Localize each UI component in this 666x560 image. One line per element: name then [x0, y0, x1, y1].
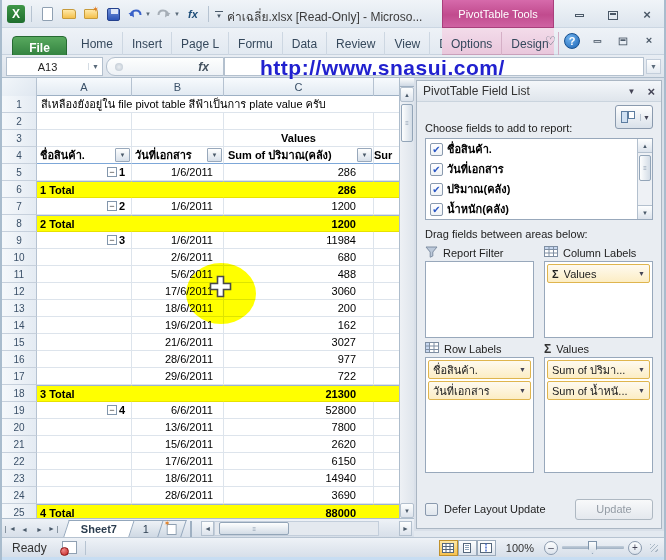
area-column-labels-box[interactable]: ΣValues▼: [544, 261, 653, 338]
pill-dropdown-icon[interactable]: ▼: [519, 387, 526, 394]
panel-close-icon[interactable]: ×: [647, 84, 655, 99]
row-number[interactable]: 4: [2, 147, 37, 164]
field-checkbox[interactable]: ✔: [430, 203, 443, 216]
field-pill[interactable]: Sum of ปริมา...▼: [547, 360, 650, 379]
value-cell[interactable]: 286: [224, 164, 374, 181]
open-folder-icon[interactable]: [60, 5, 78, 23]
cell[interactable]: [374, 436, 399, 453]
row-number[interactable]: 6: [2, 181, 37, 198]
row-number[interactable]: 19: [2, 402, 37, 419]
cell[interactable]: [132, 215, 224, 232]
row-number[interactable]: 3: [2, 130, 37, 147]
help-icon[interactable]: ?: [564, 33, 580, 49]
excel-logo-icon[interactable]: X: [7, 5, 25, 23]
group-cell[interactable]: −4: [37, 402, 132, 419]
cell[interactable]: [374, 402, 399, 419]
values-title-cell[interactable]: Values: [224, 130, 374, 147]
collapse-icon[interactable]: −: [107, 167, 117, 177]
close-button[interactable]: ×: [638, 8, 656, 22]
cell[interactable]: [374, 334, 399, 351]
field-scroll-up-icon[interactable]: ▲: [638, 139, 652, 153]
date-cell[interactable]: 15/6/2011: [132, 436, 224, 453]
area-report-filter-box[interactable]: [425, 261, 534, 338]
defer-layout-checkbox[interactable]: [425, 503, 438, 516]
value-cell[interactable]: 7800: [224, 419, 374, 436]
group-cell[interactable]: [37, 453, 132, 470]
workbook-restore-button[interactable]: [615, 35, 630, 47]
undo-caret-icon[interactable]: ▼: [145, 11, 151, 17]
column-header-c[interactable]: C: [224, 78, 374, 96]
row-number[interactable]: 12: [2, 283, 37, 300]
value-cell[interactable]: 3690: [224, 487, 374, 504]
formula-bar-expand-icon[interactable]: ▼: [646, 59, 661, 74]
group-cell[interactable]: [37, 283, 132, 300]
hscroll-right-icon[interactable]: ►: [399, 521, 412, 536]
cell[interactable]: [374, 504, 399, 518]
group-cell[interactable]: [37, 368, 132, 385]
group-cell[interactable]: [37, 470, 132, 487]
field-checkbox[interactable]: ✔: [430, 163, 443, 176]
row-number[interactable]: 20: [2, 419, 37, 436]
restore-button[interactable]: [604, 8, 622, 22]
favorites-icon[interactable]: ♡: [545, 34, 556, 48]
group-cell[interactable]: [37, 487, 132, 504]
cell[interactable]: [374, 368, 399, 385]
row-number[interactable]: 24: [2, 487, 37, 504]
field-item[interactable]: ✔วันที่เอกสาร: [426, 159, 637, 179]
row-number[interactable]: 23: [2, 470, 37, 487]
zoom-in-icon[interactable]: +: [628, 541, 642, 555]
redo-caret-icon[interactable]: ▼: [174, 11, 180, 17]
value-cell[interactable]: 3027: [224, 334, 374, 351]
area-values-box[interactable]: Sum of ปริมา...▼Sum of น้ำหนั...▼: [544, 357, 653, 473]
value-cell[interactable]: 1200: [224, 198, 374, 215]
pill-dropdown-icon[interactable]: ▼: [519, 366, 526, 373]
value-cell[interactable]: 2620: [224, 436, 374, 453]
field-pill[interactable]: วันที่เอกสาร▼: [428, 381, 531, 400]
cell[interactable]: [37, 113, 132, 130]
date-cell[interactable]: 13/6/2011: [132, 419, 224, 436]
row-number[interactable]: 22: [2, 453, 37, 470]
total-value-cell[interactable]: 1200: [224, 215, 374, 232]
field-checkbox[interactable]: ✔: [430, 183, 443, 196]
cell[interactable]: [374, 351, 399, 368]
pivot-header-cell[interactable]: Sur: [374, 147, 399, 164]
macro-record-icon[interactable]: [62, 541, 77, 554]
row-number[interactable]: 11: [2, 266, 37, 283]
cell[interactable]: [132, 130, 224, 147]
cell[interactable]: [37, 130, 132, 147]
row-number[interactable]: 7: [2, 198, 37, 215]
row-number[interactable]: 10: [2, 249, 37, 266]
group-cell[interactable]: [37, 351, 132, 368]
collapse-icon[interactable]: −: [107, 201, 117, 211]
scroll-down-icon[interactable]: ▼: [400, 503, 414, 518]
filter-dropdown-icon[interactable]: ▼: [357, 148, 372, 162]
field-scrollbar-thumb[interactable]: ≡: [639, 155, 651, 181]
zoom-level[interactable]: 100%: [506, 542, 534, 554]
last-sheet-icon[interactable]: ►❘: [47, 521, 62, 537]
filter-dropdown-icon[interactable]: ▼: [207, 148, 222, 162]
first-sheet-icon[interactable]: ❘◄: [2, 521, 17, 537]
page-layout-view-icon[interactable]: [458, 540, 477, 556]
pivot-header-cell[interactable]: วันที่เอกสาร▼: [132, 147, 224, 164]
scrollbar-thumb[interactable]: ≡: [401, 104, 413, 142]
insert-worksheet-icon[interactable]: [157, 520, 187, 537]
field-item[interactable]: ✔ปริมาณ(คลัง): [426, 179, 637, 199]
value-cell[interactable]: 722: [224, 368, 374, 385]
area-row-labels-box[interactable]: ชื่อสินค้า.▼วันที่เอกสาร▼: [425, 357, 534, 473]
row-number[interactable]: 5: [2, 164, 37, 181]
workbook-minimize-button[interactable]: [589, 35, 604, 47]
tab-formu[interactable]: Formu: [229, 32, 283, 55]
cell[interactable]: [132, 113, 224, 130]
cell[interactable]: [374, 113, 399, 130]
row-number[interactable]: 18: [2, 385, 37, 402]
field-scroll-down-icon[interactable]: ▼: [638, 205, 652, 219]
group-cell[interactable]: [37, 249, 132, 266]
field-list-scrollbar[interactable]: ▲ ≡ ▼: [637, 139, 652, 219]
panel-menu-caret-icon[interactable]: ▼: [627, 87, 635, 96]
cell[interactable]: [374, 487, 399, 504]
column-header-b[interactable]: B: [132, 78, 224, 96]
group-cell[interactable]: −3: [37, 232, 132, 249]
save-icon[interactable]: [104, 5, 122, 23]
field-list-layout-button[interactable]: ▼: [615, 105, 653, 129]
name-box[interactable]: A13 ▼: [6, 57, 103, 76]
